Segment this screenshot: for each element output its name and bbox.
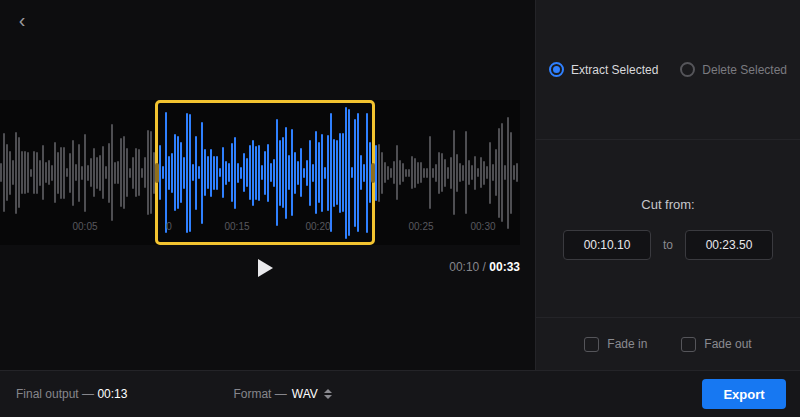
waveform[interactable]: 00:05 0 00:15 00:20 00:25 00:30 [0,100,520,245]
waveform-bar [417,162,419,184]
waveform-bar [480,157,482,188]
waveform-bar [117,161,119,184]
waveform-bar [462,165,464,181]
waveform-bar [402,163,404,182]
export-button[interactable]: Export [702,379,786,409]
chevron-left-icon: ‹ [19,10,26,30]
waveform-bar [57,152,59,194]
waveform-bar [390,168,392,178]
fade-out-label: Fade out [704,337,751,351]
waveform-bar [99,155,101,191]
waveform-bar [27,152,29,193]
waveform-bar [120,138,122,207]
waveform-bar [30,169,32,177]
waveform-bar [435,164,437,182]
selection-region[interactable] [155,100,375,245]
selection-handle-right[interactable] [371,163,375,183]
to-label: to [663,238,673,252]
waveform-bar [513,165,515,180]
cut-start-input[interactable] [563,230,651,260]
final-output: Final output — 00:13 [16,387,127,401]
radio-unselected-icon [680,62,695,77]
waveform-bar [48,160,50,185]
radio-delete-selected[interactable]: Delete Selected [680,62,787,77]
waveform-bar [450,157,452,189]
waveform-bar [129,168,131,178]
waveform-bar [84,134,86,212]
waveform-bar [114,162,116,184]
waveform-bar [477,168,479,177]
waveform-bar [0,163,2,182]
final-output-value: 00:13 [97,387,127,401]
format-stepper-icon[interactable] [324,389,332,399]
radio-label: Extract Selected [571,63,658,77]
waveform-bar [408,169,410,177]
waveform-bar [45,162,47,183]
waveform-bar [39,160,41,186]
waveform-bar [384,162,386,183]
fade-section: Fade in Fade out [536,318,800,370]
waveform-bar [138,149,140,196]
waveform-bar [429,136,431,209]
radio-selected-icon [549,62,564,77]
waveform-bar [423,168,425,178]
final-output-label: Final output — [16,387,94,401]
waveform-bar [492,164,494,181]
play-button[interactable] [252,256,278,280]
waveform-bar [15,132,17,214]
waveform-bar [78,144,80,202]
waveform-bar [42,145,44,200]
bottom-bar: Final output — 00:13 Format — WAV Export [0,370,800,417]
cut-section: Cut from: to [536,140,800,318]
waveform-bar [141,168,143,178]
fade-in-checkbox[interactable]: Fade in [584,337,647,352]
waveform-bar [90,158,92,187]
time-label: 00:05 [72,221,97,232]
format-value: WAV [292,387,318,401]
waveform-bar [501,123,503,222]
play-icon [258,259,273,277]
waveform-bar [51,165,53,181]
fade-out-checkbox[interactable]: Fade out [681,337,751,352]
waveform-bar [147,130,149,215]
waveform-bar [108,143,110,203]
waveform-bar [387,166,389,180]
selection-handle-left[interactable] [155,163,159,183]
waveform-bar [405,169,407,177]
waveform-bar [438,152,440,194]
waveform-bar [468,160,470,185]
waveform-bar [375,145,377,201]
waveform-bar [72,140,74,206]
waveform-bar [471,165,473,180]
waveform-bar [441,153,443,192]
radio-label: Delete Selected [702,63,787,77]
waveform-bar [453,130,455,215]
waveform-bar [414,158,416,188]
waveform-bar [396,145,398,200]
waveform-bar [132,157,134,189]
cut-end-input[interactable] [685,230,773,260]
waveform-bar [24,151,26,194]
waveform-bar [516,163,518,182]
waveform-bar [12,160,14,185]
time-label: 00:25 [408,221,433,232]
waveform-bar [21,151,23,194]
waveform-bar [465,131,467,214]
back-button[interactable]: ‹ [10,8,34,32]
waveform-bar [444,159,446,187]
waveform-bar [63,147,65,199]
radio-extract-selected[interactable]: Extract Selected [549,62,658,77]
waveform-bar [411,156,413,189]
waveform-bar [507,117,509,229]
waveform-bar [3,133,5,212]
waveform-bar [105,166,107,179]
cut-from-label: Cut from: [641,197,694,212]
waveform-bar [81,166,83,180]
waveform-bar [510,132,512,214]
waveform-bar [378,144,380,202]
fade-in-label: Fade in [607,337,647,351]
format-select[interactable]: Format — WAV [233,387,331,401]
waveform-bar [144,157,146,188]
waveform-bar [66,168,68,177]
waveform-bar [111,124,113,221]
